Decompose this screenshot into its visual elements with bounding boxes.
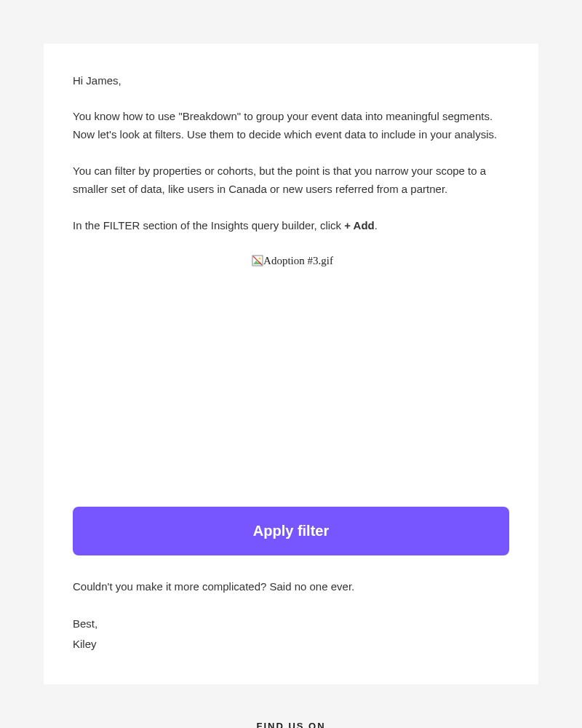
broken-image-placeholder: Adoption #3.gif (44, 252, 538, 492)
closing-quip: Couldn't you make it more complicated? S… (73, 577, 509, 596)
paragraph3-bold: + Add (344, 219, 375, 232)
greeting-text: Hi James, (73, 73, 509, 90)
paragraph3-suffix: . (375, 219, 378, 232)
email-card: Hi James, You know how to use "Breakdown… (44, 44, 538, 684)
broken-image-icon (252, 255, 263, 266)
signature-block: Best, Kiley (73, 614, 509, 655)
paragraph3-prefix: In the FILTER section of the Insights qu… (73, 219, 344, 232)
broken-image-alt-text: Adoption #3.gif (263, 255, 333, 266)
svg-point-2 (259, 258, 261, 260)
body-paragraph-2: You can filter by properties or cohorts,… (73, 162, 509, 199)
apply-filter-button[interactable]: Apply filter (73, 507, 509, 555)
find-us-on-heading: FIND US ON (0, 721, 582, 729)
body-paragraph-3: In the FILTER section of the Insights qu… (73, 216, 509, 235)
embedded-image-block: Adoption #3.gif (44, 252, 538, 492)
sender-name: Kiley (73, 634, 509, 655)
signoff-text: Best, (73, 614, 509, 635)
body-paragraph-1: You know how to use "Breakdown" to group… (73, 107, 509, 144)
email-footer: FIND US ON (0, 721, 582, 729)
